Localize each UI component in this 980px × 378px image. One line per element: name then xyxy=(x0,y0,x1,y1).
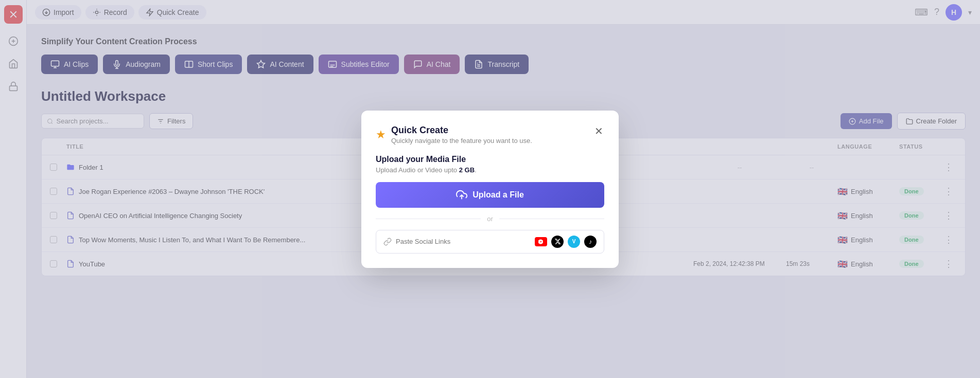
vimeo-icon[interactable]: V xyxy=(568,236,580,248)
modal-header: ★ Quick Create Quickly navigate to the f… xyxy=(376,125,604,145)
upload-section-sub: Upload Audio or Video upto 2 GB. xyxy=(376,166,604,174)
modal-title-row: ★ Quick Create Quickly navigate to the f… xyxy=(376,125,532,145)
upload-sub-suffix: . xyxy=(475,166,477,174)
upload-icon xyxy=(456,189,467,201)
modal-close-button[interactable]: ✕ xyxy=(593,125,604,137)
modal-title: Quick Create xyxy=(391,125,532,136)
social-icons: V ♪ xyxy=(535,236,597,248)
quick-create-modal: ★ Quick Create Quickly navigate to the f… xyxy=(361,111,619,268)
upload-file-button[interactable]: Upload a File xyxy=(376,182,604,208)
tiktok-icon[interactable]: ♪ xyxy=(584,236,597,248)
youtube-icon[interactable] xyxy=(535,237,547,246)
upload-section-title: Upload your Media File xyxy=(376,155,604,164)
link-icon xyxy=(383,238,392,246)
social-links-input[interactable] xyxy=(396,238,531,245)
modal-overlay[interactable]: ★ Quick Create Quickly navigate to the f… xyxy=(0,0,980,378)
modal-divider: or xyxy=(376,215,604,223)
upload-btn-label: Upload a File xyxy=(472,190,524,200)
upload-sub-prefix: Upload Audio or Video upto xyxy=(376,166,459,174)
x-twitter-icon[interactable] xyxy=(551,236,564,248)
star-icon: ★ xyxy=(376,128,386,141)
social-links-row[interactable]: V ♪ xyxy=(376,230,604,254)
modal-subtitle: Quickly navigate to the feature you want… xyxy=(391,137,532,145)
upload-size-limit: 2 GB xyxy=(459,166,475,174)
